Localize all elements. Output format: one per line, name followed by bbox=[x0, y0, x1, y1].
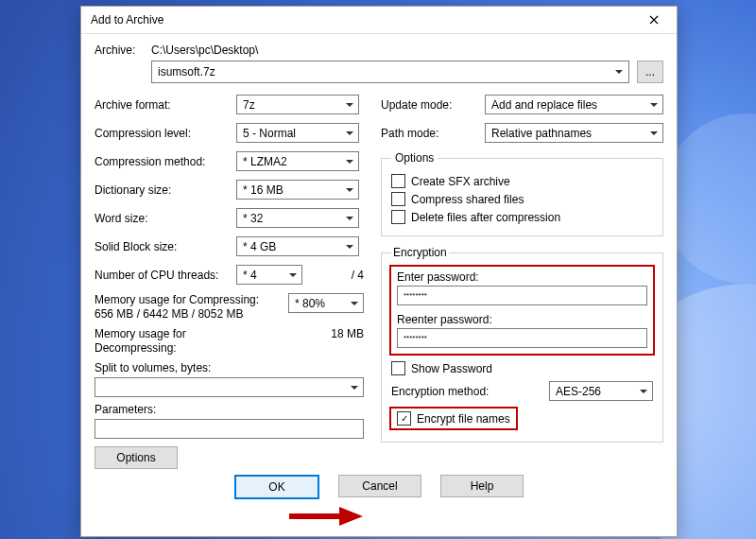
options-button-label: Options bbox=[116, 451, 155, 464]
reenter-password-input[interactable]: ******** bbox=[397, 328, 647, 348]
chevron-down-icon bbox=[615, 70, 623, 74]
password-highlight: Enter password: ******** Reenter passwor… bbox=[391, 267, 653, 354]
chevron-down-icon bbox=[640, 390, 647, 393]
chevron-down-icon bbox=[346, 103, 353, 107]
archive-label: Archive: bbox=[94, 43, 151, 57]
cpu-threads-total: / 4 bbox=[352, 269, 364, 282]
encrypt-names-highlight: ✓ Encrypt file names bbox=[391, 409, 516, 428]
archive-format-label: Archive format: bbox=[94, 98, 236, 112]
encryption-group: Encryption Enter password: ******** Reen… bbox=[381, 246, 663, 443]
options-legend: Options bbox=[391, 151, 438, 165]
chevron-down-icon bbox=[346, 188, 353, 192]
show-password-label: Show Password bbox=[411, 362, 492, 375]
window-title: Add to Archive bbox=[91, 13, 635, 26]
shared-checkbox[interactable] bbox=[391, 192, 405, 206]
ok-button[interactable]: OK bbox=[234, 475, 319, 499]
solid-block-select[interactable]: * 4 GB bbox=[236, 236, 359, 256]
options-button[interactable]: Options bbox=[94, 446, 178, 469]
help-button[interactable]: Help bbox=[440, 475, 524, 497]
password-mask: ******** bbox=[404, 291, 427, 300]
solid-block-label: Solid Block size: bbox=[94, 240, 236, 253]
reenter-password-label: Reenter password: bbox=[397, 313, 647, 326]
word-size-value: * 32 bbox=[243, 212, 263, 225]
chevron-down-icon bbox=[346, 217, 353, 220]
mem-compress-select[interactable]: * 80% bbox=[288, 293, 364, 313]
dictionary-size-label: Dictionary size: bbox=[94, 183, 236, 197]
show-password-checkbox[interactable] bbox=[391, 361, 405, 375]
chevron-down-icon bbox=[351, 386, 358, 390]
cpu-threads-label: Number of CPU threads: bbox=[94, 269, 236, 282]
arrow-annotation bbox=[287, 505, 363, 528]
desktop-background: Add to Archive Archive: C:\Users\pc\Desk… bbox=[0, 0, 756, 539]
encrypt-names-checkbox[interactable]: ✓ bbox=[397, 411, 411, 426]
help-label: Help bbox=[471, 479, 494, 493]
mem-compress-label: Memory usage for Compressing: 656 MB / 6… bbox=[94, 293, 269, 322]
archive-path: C:\Users\pc\Desktop\ bbox=[151, 43, 258, 57]
mem-decompress-value: 18 MB bbox=[274, 327, 364, 340]
chevron-down-icon bbox=[289, 273, 297, 277]
options-group: Options Create SFX archive Compress shar… bbox=[381, 151, 663, 236]
cancel-label: Cancel bbox=[362, 479, 397, 493]
path-mode-label: Path mode: bbox=[381, 127, 485, 140]
archive-filename-select[interactable]: isumsoft.7z bbox=[151, 61, 629, 83]
compression-method-value: * LZMA2 bbox=[243, 155, 287, 168]
archive-format-value: 7z bbox=[243, 98, 255, 112]
browse-button[interactable]: ... bbox=[637, 61, 663, 83]
encryption-legend: Encryption bbox=[391, 246, 449, 259]
enter-password-label: Enter password: bbox=[397, 270, 647, 284]
update-mode-value: Add and replace files bbox=[491, 98, 597, 112]
compression-level-select[interactable]: 5 - Normal bbox=[236, 123, 359, 143]
ok-label: OK bbox=[268, 480, 284, 494]
titlebar: Add to Archive bbox=[81, 7, 677, 34]
chevron-down-icon bbox=[346, 131, 353, 135]
solid-block-value: * 4 GB bbox=[243, 240, 276, 253]
word-size-label: Word size: bbox=[94, 212, 236, 225]
chevron-down-icon bbox=[351, 302, 358, 305]
compression-level-value: 5 - Normal bbox=[243, 127, 296, 140]
delete-checkbox[interactable] bbox=[391, 210, 405, 224]
cpu-threads-select[interactable]: * 4 bbox=[236, 265, 302, 285]
encryption-method-value: AES-256 bbox=[556, 385, 601, 398]
sfx-checkbox[interactable] bbox=[391, 174, 405, 188]
compression-level-label: Compression level: bbox=[94, 127, 236, 140]
dictionary-size-select[interactable]: * 16 MB bbox=[236, 180, 359, 200]
update-mode-label: Update mode: bbox=[381, 98, 485, 112]
compression-method-select[interactable]: * LZMA2 bbox=[236, 151, 359, 171]
archive-filename: isumsoft.7z bbox=[158, 65, 215, 78]
cancel-button[interactable]: Cancel bbox=[338, 475, 421, 497]
path-mode-value: Relative pathnames bbox=[491, 127, 592, 140]
svg-marker-1 bbox=[339, 507, 363, 526]
word-size-select[interactable]: * 32 bbox=[236, 208, 359, 228]
encryption-method-label: Encryption method: bbox=[391, 385, 549, 398]
archive-format-select[interactable]: 7z bbox=[236, 95, 359, 114]
parameters-label: Parameters: bbox=[94, 403, 364, 416]
parameters-input[interactable] bbox=[94, 419, 364, 439]
compression-method-label: Compression method: bbox=[94, 155, 236, 168]
chevron-down-icon bbox=[650, 103, 658, 107]
password-mask-2: ******** bbox=[404, 334, 427, 342]
add-to-archive-dialog: Add to Archive Archive: C:\Users\pc\Desk… bbox=[80, 6, 678, 537]
chevron-down-icon bbox=[650, 131, 658, 135]
enter-password-input[interactable]: ******** bbox=[397, 286, 647, 305]
mem-decompress-label: Memory usage for Decompressing: bbox=[94, 327, 269, 356]
split-select[interactable] bbox=[94, 377, 364, 397]
delete-label: Delete files after compression bbox=[411, 211, 560, 224]
sfx-label: Create SFX archive bbox=[411, 175, 510, 188]
encryption-method-select[interactable]: AES-256 bbox=[549, 381, 653, 401]
close-icon bbox=[649, 15, 659, 25]
encrypt-names-label: Encrypt file names bbox=[417, 412, 510, 426]
update-mode-select[interactable]: Add and replace files bbox=[485, 95, 663, 114]
left-column: Archive format: 7z Compression level: 5 … bbox=[94, 95, 364, 469]
dictionary-size-value: * 16 MB bbox=[243, 183, 284, 197]
mem-compress-value: * 80% bbox=[295, 297, 325, 310]
chevron-down-icon bbox=[346, 160, 353, 164]
chevron-down-icon bbox=[346, 245, 353, 249]
button-bar: OK Cancel Help bbox=[94, 475, 663, 499]
split-label: Split to volumes, bytes: bbox=[94, 361, 364, 374]
shared-label: Compress shared files bbox=[411, 193, 524, 206]
cpu-threads-value: * 4 bbox=[243, 269, 257, 282]
path-mode-select[interactable]: Relative pathnames bbox=[485, 123, 663, 143]
browse-label: ... bbox=[645, 65, 655, 78]
close-button[interactable] bbox=[635, 9, 673, 31]
right-column: Update mode: Add and replace files Path … bbox=[381, 95, 663, 469]
